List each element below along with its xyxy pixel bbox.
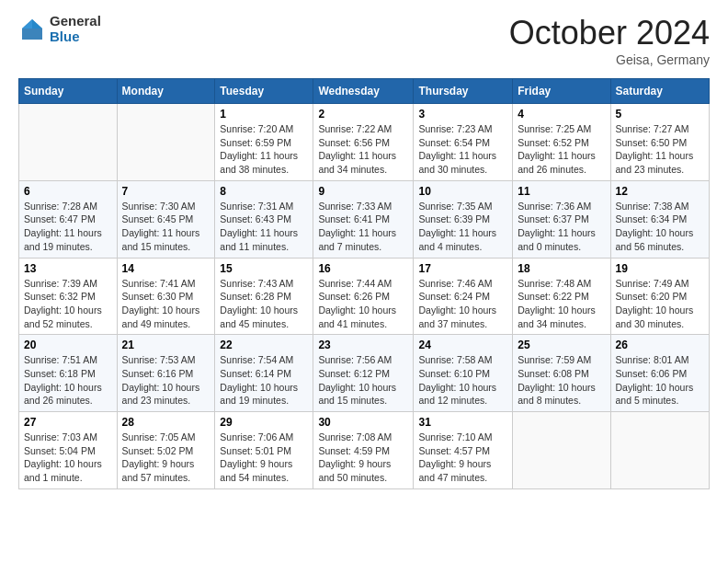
day-number: 27 xyxy=(24,416,112,429)
day-number: 16 xyxy=(318,262,408,275)
calendar-cell xyxy=(19,104,118,181)
calendar-cell xyxy=(610,412,710,489)
calendar-cell: 31Sunrise: 7:10 AM Sunset: 4:57 PM Dayli… xyxy=(414,412,513,489)
weekday-header-sunday: Sunday xyxy=(19,79,118,104)
calendar-cell: 30Sunrise: 7:08 AM Sunset: 4:59 PM Dayli… xyxy=(313,412,414,489)
day-number: 12 xyxy=(616,185,705,198)
day-info: Sunrise: 7:36 AM Sunset: 6:37 PM Dayligh… xyxy=(518,200,605,254)
calendar-table: SundayMondayTuesdayWednesdayThursdayFrid… xyxy=(18,78,710,489)
day-number: 30 xyxy=(318,416,408,429)
calendar-cell: 13Sunrise: 7:39 AM Sunset: 6:32 PM Dayli… xyxy=(19,258,118,335)
day-info: Sunrise: 7:28 AM Sunset: 6:47 PM Dayligh… xyxy=(24,200,112,254)
day-number: 14 xyxy=(122,262,210,275)
calendar-cell: 12Sunrise: 7:38 AM Sunset: 6:34 PM Dayli… xyxy=(610,180,710,258)
calendar-cell: 6Sunrise: 7:28 AM Sunset: 6:47 PM Daylig… xyxy=(19,180,118,258)
day-number: 2 xyxy=(318,108,408,121)
day-number: 21 xyxy=(122,339,210,351)
logo-general: General xyxy=(50,14,101,29)
day-number: 13 xyxy=(24,262,112,275)
calendar-cell xyxy=(117,104,215,181)
calendar-cell: 19Sunrise: 7:49 AM Sunset: 6:20 PM Dayli… xyxy=(610,258,710,335)
calendar-cell: 14Sunrise: 7:41 AM Sunset: 6:30 PM Dayli… xyxy=(117,258,215,335)
page: General Blue October 2024 Geisa, Germany… xyxy=(0,0,728,503)
header: General Blue October 2024 Geisa, Germany xyxy=(18,14,710,67)
weekday-header-saturday: Saturday xyxy=(610,79,710,104)
day-info: Sunrise: 7:03 AM Sunset: 5:04 PM Dayligh… xyxy=(24,431,112,485)
calendar-cell: 20Sunrise: 7:51 AM Sunset: 6:18 PM Dayli… xyxy=(19,335,118,412)
week-row-1: 1Sunrise: 7:20 AM Sunset: 6:59 PM Daylig… xyxy=(19,104,710,181)
calendar-cell: 29Sunrise: 7:06 AM Sunset: 5:01 PM Dayli… xyxy=(215,412,313,489)
day-number: 20 xyxy=(24,339,112,351)
day-info: Sunrise: 7:08 AM Sunset: 4:59 PM Dayligh… xyxy=(318,431,408,485)
day-info: Sunrise: 7:51 AM Sunset: 6:18 PM Dayligh… xyxy=(24,353,112,408)
day-number: 5 xyxy=(616,108,705,121)
calendar-cell: 10Sunrise: 7:35 AM Sunset: 6:39 PM Dayli… xyxy=(414,180,513,258)
day-info: Sunrise: 7:27 AM Sunset: 6:50 PM Dayligh… xyxy=(616,122,705,177)
day-number: 8 xyxy=(220,185,308,198)
calendar-cell: 18Sunrise: 7:48 AM Sunset: 6:22 PM Dayli… xyxy=(513,258,610,335)
calendar-cell: 22Sunrise: 7:54 AM Sunset: 6:14 PM Dayli… xyxy=(215,335,313,412)
calendar-cell: 8Sunrise: 7:31 AM Sunset: 6:43 PM Daylig… xyxy=(215,180,313,258)
svg-marker-2 xyxy=(22,19,32,29)
day-info: Sunrise: 7:58 AM Sunset: 6:10 PM Dayligh… xyxy=(418,353,507,408)
week-row-3: 13Sunrise: 7:39 AM Sunset: 6:32 PM Dayli… xyxy=(19,258,710,335)
calendar-cell: 15Sunrise: 7:43 AM Sunset: 6:28 PM Dayli… xyxy=(215,258,313,335)
day-info: Sunrise: 7:49 AM Sunset: 6:20 PM Dayligh… xyxy=(616,277,705,331)
day-info: Sunrise: 8:01 AM Sunset: 6:06 PM Dayligh… xyxy=(616,353,705,408)
calendar-cell: 3Sunrise: 7:23 AM Sunset: 6:54 PM Daylig… xyxy=(414,104,513,181)
weekday-header-monday: Monday xyxy=(117,79,215,104)
day-number: 23 xyxy=(318,339,408,351)
day-info: Sunrise: 7:06 AM Sunset: 5:01 PM Dayligh… xyxy=(220,431,308,485)
day-number: 25 xyxy=(518,339,605,351)
day-info: Sunrise: 7:30 AM Sunset: 6:45 PM Dayligh… xyxy=(122,200,210,254)
day-info: Sunrise: 7:59 AM Sunset: 6:08 PM Dayligh… xyxy=(518,353,605,408)
day-number: 19 xyxy=(616,262,705,275)
weekday-header-wednesday: Wednesday xyxy=(313,79,414,104)
logo-text: General Blue xyxy=(50,14,101,44)
calendar-cell: 28Sunrise: 7:05 AM Sunset: 5:02 PM Dayli… xyxy=(117,412,215,489)
weekday-header-friday: Friday xyxy=(513,79,610,104)
day-info: Sunrise: 7:10 AM Sunset: 4:57 PM Dayligh… xyxy=(418,431,507,485)
day-number: 18 xyxy=(518,262,605,275)
calendar-cell: 26Sunrise: 8:01 AM Sunset: 6:06 PM Dayli… xyxy=(610,335,710,412)
month-title: October 2024 xyxy=(509,14,710,52)
day-number: 3 xyxy=(418,108,507,121)
day-number: 17 xyxy=(418,262,507,275)
calendar-cell: 11Sunrise: 7:36 AM Sunset: 6:37 PM Dayli… xyxy=(513,180,610,258)
day-number: 28 xyxy=(122,416,210,429)
day-info: Sunrise: 7:38 AM Sunset: 6:34 PM Dayligh… xyxy=(616,200,705,254)
title-area: October 2024 Geisa, Germany xyxy=(509,14,710,67)
day-number: 10 xyxy=(418,185,507,198)
day-number: 9 xyxy=(318,185,408,198)
day-info: Sunrise: 7:44 AM Sunset: 6:26 PM Dayligh… xyxy=(318,277,408,331)
day-info: Sunrise: 7:25 AM Sunset: 6:52 PM Dayligh… xyxy=(518,122,605,177)
calendar-cell: 27Sunrise: 7:03 AM Sunset: 5:04 PM Dayli… xyxy=(19,412,118,489)
week-row-2: 6Sunrise: 7:28 AM Sunset: 6:47 PM Daylig… xyxy=(19,180,710,258)
day-info: Sunrise: 7:39 AM Sunset: 6:32 PM Dayligh… xyxy=(24,277,112,331)
day-number: 11 xyxy=(518,185,605,198)
calendar-cell: 7Sunrise: 7:30 AM Sunset: 6:45 PM Daylig… xyxy=(117,180,215,258)
calendar-cell: 16Sunrise: 7:44 AM Sunset: 6:26 PM Dayli… xyxy=(313,258,414,335)
day-info: Sunrise: 7:23 AM Sunset: 6:54 PM Dayligh… xyxy=(418,122,507,177)
calendar-cell: 24Sunrise: 7:58 AM Sunset: 6:10 PM Dayli… xyxy=(414,335,513,412)
logo-icon xyxy=(18,16,46,43)
day-info: Sunrise: 7:05 AM Sunset: 5:02 PM Dayligh… xyxy=(122,431,210,485)
day-info: Sunrise: 7:43 AM Sunset: 6:28 PM Dayligh… xyxy=(220,277,308,331)
calendar-cell: 4Sunrise: 7:25 AM Sunset: 6:52 PM Daylig… xyxy=(513,104,610,181)
day-number: 31 xyxy=(418,416,507,429)
calendar-cell: 1Sunrise: 7:20 AM Sunset: 6:59 PM Daylig… xyxy=(215,104,313,181)
day-info: Sunrise: 7:31 AM Sunset: 6:43 PM Dayligh… xyxy=(220,200,308,254)
day-info: Sunrise: 7:54 AM Sunset: 6:14 PM Dayligh… xyxy=(220,353,308,408)
day-info: Sunrise: 7:46 AM Sunset: 6:24 PM Dayligh… xyxy=(418,277,507,331)
day-info: Sunrise: 7:33 AM Sunset: 6:41 PM Dayligh… xyxy=(318,200,408,254)
weekday-header-row: SundayMondayTuesdayWednesdayThursdayFrid… xyxy=(19,79,710,104)
day-number: 29 xyxy=(220,416,308,429)
calendar-cell: 2Sunrise: 7:22 AM Sunset: 6:56 PM Daylig… xyxy=(313,104,414,181)
calendar-cell: 9Sunrise: 7:33 AM Sunset: 6:41 PM Daylig… xyxy=(313,180,414,258)
day-number: 22 xyxy=(220,339,308,351)
weekday-header-tuesday: Tuesday xyxy=(215,79,313,104)
weekday-header-thursday: Thursday xyxy=(414,79,513,104)
location: Geisa, Germany xyxy=(509,52,710,67)
svg-marker-1 xyxy=(32,19,42,29)
calendar-cell xyxy=(513,412,610,489)
